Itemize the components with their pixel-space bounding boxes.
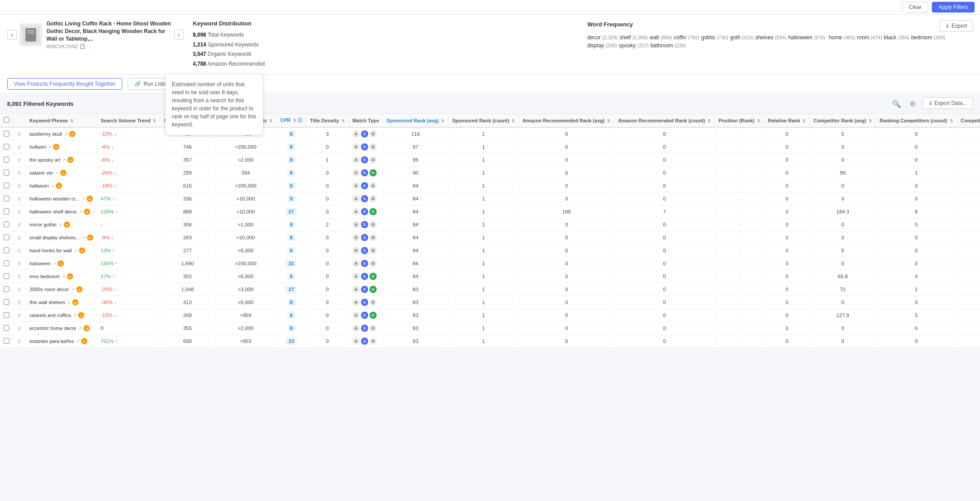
match-s-badge[interactable]: S xyxy=(361,143,368,150)
badge-amazon[interactable]: a xyxy=(84,209,90,215)
match-s-badge[interactable]: S xyxy=(361,325,368,332)
col-perf-score[interactable]: Competitor Performance Score ⇅ xyxy=(957,114,980,127)
delete-icon[interactable]: 🗑 xyxy=(17,170,22,175)
match-o-badge[interactable]: O xyxy=(370,286,377,293)
row-checkbox[interactable] xyxy=(4,196,9,201)
delete-icon[interactable]: 🗑 xyxy=(17,261,22,266)
match-a-badge[interactable]: A xyxy=(353,338,360,345)
external-link-icon[interactable]: ↗ xyxy=(67,300,71,305)
row-checkbox[interactable] xyxy=(4,157,9,163)
col-ar-rank-count[interactable]: Amazon Recommended Rank (count) ⇅ xyxy=(614,114,714,127)
row-checkbox[interactable] xyxy=(4,312,9,318)
delete-icon[interactable]: 🗑 xyxy=(17,274,22,279)
match-s-badge[interactable]: S xyxy=(361,169,368,176)
match-a-badge[interactable]: A xyxy=(353,312,360,319)
external-link-icon[interactable]: ↗ xyxy=(73,313,76,318)
external-link-icon[interactable]: ↗ xyxy=(52,261,56,266)
match-o-badge[interactable]: O xyxy=(370,156,377,163)
row-checkbox[interactable] xyxy=(4,144,9,150)
row-checkbox-cell[interactable] xyxy=(0,141,13,154)
row-checkbox[interactable] xyxy=(4,131,9,137)
match-a-badge[interactable]: A xyxy=(353,234,360,241)
match-o-badge[interactable]: O xyxy=(370,208,377,215)
external-link-icon[interactable]: ↗ xyxy=(62,274,65,279)
row-checkbox-cell[interactable] xyxy=(0,322,13,335)
badge-amazon[interactable]: a xyxy=(58,260,64,267)
external-link-icon[interactable]: ↗ xyxy=(50,184,54,188)
badge-amazon[interactable]: a xyxy=(64,221,70,228)
row-checkbox-cell[interactable] xyxy=(0,167,13,180)
row-checkbox-cell[interactable] xyxy=(0,283,13,296)
match-a-badge[interactable]: A xyxy=(353,130,360,138)
delete-icon[interactable]: 🗑 xyxy=(17,248,22,253)
col-select-all[interactable] xyxy=(0,114,13,127)
row-checkbox-cell[interactable] xyxy=(0,127,13,141)
row-checkbox-cell[interactable] xyxy=(0,205,13,218)
row-checkbox-cell[interactable] xyxy=(0,154,13,167)
match-a-badge[interactable]: A xyxy=(353,143,360,150)
col-relative-rank[interactable]: Relative Rank ⇅ xyxy=(764,114,810,127)
match-o-badge[interactable]: O xyxy=(370,234,377,241)
next-product-button[interactable]: › xyxy=(174,30,184,40)
row-checkbox[interactable] xyxy=(4,299,9,305)
match-a-badge[interactable]: A xyxy=(353,208,360,215)
match-s-badge[interactable]: S xyxy=(361,273,368,280)
match-o-badge[interactable]: O xyxy=(370,182,377,189)
match-a-badge[interactable]: A xyxy=(353,325,360,332)
external-link-icon[interactable]: ↗ xyxy=(81,196,85,201)
match-s-badge[interactable]: S xyxy=(361,260,368,267)
row-checkbox-cell[interactable] xyxy=(0,180,13,192)
match-a-badge[interactable]: A xyxy=(353,286,360,293)
match-s-badge[interactable]: S xyxy=(361,286,368,293)
delete-icon[interactable]: 🗑 xyxy=(17,338,22,344)
badge-amazon[interactable]: a xyxy=(83,325,90,331)
external-link-icon[interactable]: ↗ xyxy=(82,235,85,240)
row-checkbox-cell[interactable] xyxy=(0,192,13,205)
row-checkbox-cell[interactable] xyxy=(0,244,13,257)
col-cpr[interactable]: CPR ⇅ ⓘ xyxy=(277,114,306,127)
match-a-badge[interactable]: A xyxy=(353,182,360,189)
match-a-badge[interactable]: A xyxy=(353,260,360,267)
external-link-icon[interactable]: ↗ xyxy=(48,145,51,150)
row-checkbox-cell[interactable] xyxy=(0,270,13,283)
match-s-badge[interactable]: S xyxy=(361,156,368,163)
row-checkbox[interactable] xyxy=(4,247,9,253)
match-a-badge[interactable]: A xyxy=(353,195,360,202)
match-a-badge[interactable]: A xyxy=(353,247,360,254)
badge-amazon[interactable]: a xyxy=(78,312,84,318)
prev-product-button[interactable]: ‹ xyxy=(7,30,17,40)
delete-icon[interactable]: 🗑 xyxy=(17,196,22,201)
row-checkbox[interactable] xyxy=(4,209,9,214)
delete-icon[interactable]: 🗑 xyxy=(17,326,22,331)
row-checkbox[interactable] xyxy=(4,273,9,279)
match-o-badge[interactable]: O xyxy=(370,143,377,150)
copy-icon[interactable]: 📋 xyxy=(79,43,86,49)
badge-amazon[interactable]: a xyxy=(87,196,93,202)
select-all-checkbox[interactable] xyxy=(4,117,9,123)
row-checkbox[interactable] xyxy=(4,183,9,188)
badge-amazon[interactable]: a xyxy=(67,273,73,280)
delete-icon[interactable]: 🗑 xyxy=(17,209,22,214)
match-s-badge[interactable]: S xyxy=(361,182,368,189)
match-a-badge[interactable]: A xyxy=(353,169,360,176)
row-checkbox[interactable] xyxy=(4,234,9,240)
match-o-badge[interactable]: O xyxy=(370,299,377,306)
delete-icon[interactable]: 🗑 xyxy=(17,131,22,137)
col-search-volume[interactable]: Search Volume Trend ⇅ xyxy=(97,114,160,127)
row-checkbox[interactable] xyxy=(4,338,9,344)
delete-icon[interactable]: 🗑 xyxy=(17,183,22,188)
search-icon-button[interactable]: 🔍 xyxy=(890,97,903,110)
row-checkbox-cell[interactable] xyxy=(0,309,13,322)
badge-amazon[interactable]: a xyxy=(60,170,66,176)
external-link-icon[interactable]: ↗ xyxy=(76,339,79,344)
col-competitor-rank[interactable]: Competitor Rank (avg) ⇅ xyxy=(810,114,876,127)
match-o-badge[interactable]: O xyxy=(370,273,377,280)
match-s-badge[interactable]: S xyxy=(361,299,368,306)
delete-icon[interactable]: 🗑 xyxy=(17,235,22,240)
badge-amazon[interactable]: a xyxy=(69,131,75,137)
row-checkbox-cell[interactable] xyxy=(0,231,13,244)
match-o-badge[interactable]: O xyxy=(370,221,377,228)
badge-amazon[interactable]: a xyxy=(79,247,85,254)
col-sponsored-rank-avg[interactable]: Sponsored Rank (avg) ⇅ xyxy=(383,114,448,127)
delete-icon[interactable]: 🗑 xyxy=(17,157,22,163)
